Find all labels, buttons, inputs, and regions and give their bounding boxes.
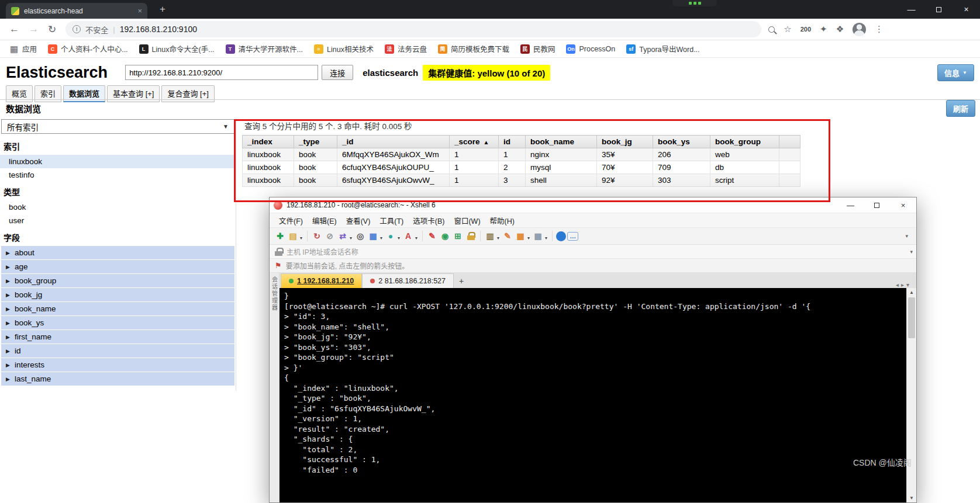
chevron-down-icon[interactable]: ▾ <box>545 235 547 241</box>
expand-triangle-icon[interactable]: ▶ <box>6 292 10 298</box>
toolbar-lock-icon[interactable] <box>465 230 477 242</box>
chevron-down-icon[interactable]: ▾ <box>415 235 417 241</box>
col-header-type[interactable]: _type <box>294 136 337 148</box>
field-item[interactable]: ▶book_ys <box>1 316 234 329</box>
expand-triangle-icon[interactable]: ▶ <box>6 320 10 326</box>
scrollbar-thumb[interactable] <box>908 297 915 338</box>
chevron-down-icon[interactable]: ▾ <box>527 235 530 241</box>
snippet-icon[interactable]: ▦ <box>515 230 526 242</box>
type-item-book[interactable]: book <box>0 200 236 214</box>
chevron-down-icon[interactable]: ▾ <box>350 235 352 241</box>
minimize-button[interactable]: — <box>898 0 925 19</box>
field-item[interactable]: ▶book_name <box>1 302 234 315</box>
type-item-user[interactable]: user <box>0 214 236 227</box>
table-row[interactable]: linuxbookbook6cfuqXYB46SAjukOUPU_12mysql… <box>243 161 800 174</box>
host-address-bar[interactable]: 主机 IP地址或会话名称 ▾ <box>270 245 916 259</box>
extension-icon-2[interactable]: ❖ <box>836 24 844 34</box>
index-item-linuxbook[interactable]: linuxbook <box>0 155 236 168</box>
bookmark-item[interactable]: T清华大学开源软件... <box>226 43 303 54</box>
bookmark-item[interactable]: ≡Linux相关技术 <box>314 43 374 54</box>
reconnect-icon[interactable]: ↻ <box>311 230 323 242</box>
new-tab-button[interactable]: + <box>156 4 170 15</box>
expand-triangle-icon[interactable]: ▶ <box>6 278 10 284</box>
connect-button[interactable]: 连接 <box>322 65 353 80</box>
xshell-maximize-button[interactable] <box>864 197 890 213</box>
bookmark-item[interactable]: OnProcessOn <box>566 44 615 54</box>
expand-triangle-icon[interactable]: ▶ <box>6 376 10 382</box>
globe-icon[interactable]: ● <box>385 230 396 242</box>
field-item[interactable]: ▶book_jg <box>1 288 234 301</box>
col-header-id-internal[interactable]: _id <box>337 136 450 148</box>
chevron-down-icon[interactable]: ▾ <box>497 235 499 241</box>
extension-icon-1[interactable]: ✦ <box>820 24 827 34</box>
expand-triangle-icon[interactable]: ▶ <box>6 334 10 340</box>
reload-button[interactable]: ↻ <box>48 23 56 36</box>
table-row[interactable]: linuxbookbook6MfqqXYB46SAjukOX_Wm11nginx… <box>243 148 800 161</box>
field-item[interactable]: ▶age <box>1 260 234 273</box>
expand-triangle-icon[interactable]: ▶ <box>6 348 10 354</box>
capture-icon[interactable]: ◉ <box>439 230 451 242</box>
chevron-down-icon[interactable]: ▾ <box>300 235 302 241</box>
profile-avatar[interactable] <box>853 23 866 36</box>
back-button[interactable]: ← <box>9 23 19 35</box>
expand-triangle-icon[interactable]: ▶ <box>6 250 10 256</box>
col-header-book-group[interactable]: book_group <box>710 136 779 148</box>
maximize-button[interactable] <box>925 0 953 19</box>
bookmark-item[interactable]: LLinux命令大全(手... <box>139 43 215 54</box>
bookmark-apps[interactable]: ▦应用 <box>9 43 37 54</box>
connect-url-input[interactable] <box>125 65 318 80</box>
index-filter-select[interactable]: 所有索引 ▼ <box>1 119 234 134</box>
fullscreen-icon[interactable]: ⊞ <box>452 230 464 242</box>
table-row[interactable]: linuxbookbook6sfuqXYB46SAjukOwvW_13shell… <box>243 174 800 187</box>
feedback-icon[interactable]: … <box>567 232 578 241</box>
col-header-book-ys[interactable]: book_ys <box>653 136 710 148</box>
expand-triangle-icon[interactable]: ▶ <box>6 362 10 368</box>
menu-view[interactable]: 查看(V) <box>341 214 375 227</box>
scroll-down-icon[interactable]: ▼ <box>907 495 916 501</box>
tab-scroll-arrows[interactable]: ◂▸▾ <box>896 282 916 288</box>
field-item[interactable]: ▶first_name <box>1 330 234 344</box>
bookmark-star-icon[interactable]: ☆ <box>784 24 791 34</box>
chevron-down-icon[interactable]: ▾ <box>380 235 382 241</box>
toolbar-overflow-icon[interactable]: ▾ <box>905 233 912 239</box>
menu-help[interactable]: 帮助(H) <box>485 214 519 227</box>
extension-badge-200[interactable]: 200 <box>800 26 811 33</box>
col-header-score[interactable]: _score▲ <box>450 136 499 148</box>
security-warning-icon[interactable]: ! <box>73 25 81 33</box>
table-icon[interactable]: ▦ <box>532 230 544 242</box>
address-bar[interactable]: ! 不安全 | 192.168.81.210:9100 <box>65 21 761 37</box>
menu-tabs[interactable]: 选项卡(B) <box>408 214 449 227</box>
menu-file[interactable]: 文件(F) <box>274 214 308 227</box>
xshell-minimize-button[interactable]: — <box>837 197 864 213</box>
col-header-id[interactable]: id <box>499 136 526 148</box>
terminal-tab-2[interactable]: 2 81.68.186.218:527 <box>362 273 454 288</box>
bookmark-item[interactable]: 简简历模板免费下载 <box>438 43 509 54</box>
bookmark-item[interactable]: sfTypora导出Word... <box>626 43 699 54</box>
open-folder-icon[interactable]: ▤ <box>287 230 299 242</box>
menu-tools[interactable]: 工具(T) <box>375 214 408 227</box>
tile-windows-icon[interactable]: ▦ <box>367 230 379 242</box>
xshell-window[interactable]: 192.168.81.210 - root@elaticsearch:~ - X… <box>269 197 917 503</box>
xshell-titlebar[interactable]: 192.168.81.210 - root@elaticsearch:~ - X… <box>270 197 916 213</box>
font-color-icon[interactable]: A <box>402 230 414 242</box>
chevron-down-icon[interactable]: ▾ <box>398 235 400 241</box>
terminal-output[interactable]: } [root@elaticsearch ~]# curl -XPOST '12… <box>279 288 906 502</box>
transfer-icon[interactable]: ⇄ <box>337 230 348 242</box>
index-item-testinfo[interactable]: testinfo <box>0 168 236 182</box>
session-manager-strip[interactable]: 会话管理器 <box>270 273 279 502</box>
field-item[interactable]: ▶last_name <box>1 372 234 386</box>
expand-triangle-icon[interactable]: ▶ <box>6 264 10 270</box>
menu-edit[interactable]: 编辑(E) <box>308 214 341 227</box>
new-session-icon[interactable]: ✚ <box>274 230 286 242</box>
col-header-index[interactable]: _index <box>243 136 294 148</box>
info-button[interactable]: 信息▼ <box>937 64 974 81</box>
browser-menu-icon[interactable]: ⋮ <box>875 24 884 34</box>
bookmark-item[interactable]: 法法务云盘 <box>385 43 427 54</box>
field-item[interactable]: ▶book_group <box>1 274 234 287</box>
xshell-close-button[interactable]: × <box>890 197 916 213</box>
forward-button[interactable]: → <box>29 23 39 35</box>
marker-icon[interactable]: ✎ <box>426 230 438 242</box>
browser-tab[interactable]: elasticsearch-head × <box>6 3 147 19</box>
field-item[interactable]: ▶id <box>1 344 234 358</box>
new-terminal-tab-button[interactable]: + <box>454 274 469 288</box>
